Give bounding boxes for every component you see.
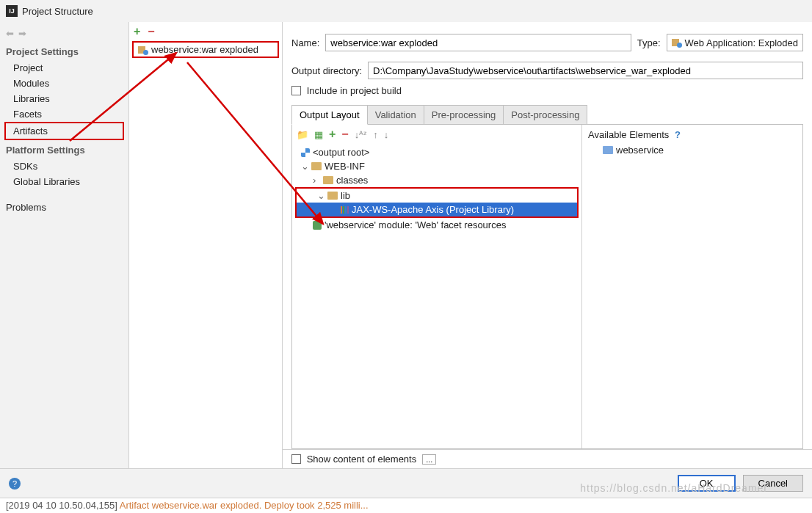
output-dir-row: Output directory: bbox=[283, 56, 812, 84]
layout-toolbar: 📁 ▦ + − ↓ᴬᶻ ↑ ↓ bbox=[292, 125, 581, 144]
move-up-icon[interactable]: ↑ bbox=[373, 129, 378, 140]
sidebar-item-global-libraries[interactable]: Global Libraries bbox=[0, 174, 128, 189]
remove-item-icon[interactable]: − bbox=[341, 128, 348, 141]
remove-artifact-icon[interactable]: − bbox=[148, 25, 154, 38]
watermark: https://blog.csdn.net/aHardDreamer bbox=[580, 482, 768, 494]
available-header: Available Elements ? bbox=[582, 125, 802, 142]
tab-output-layout[interactable]: Output Layout bbox=[291, 105, 368, 125]
tab-validation[interactable]: Validation bbox=[367, 105, 424, 125]
toggle-icon[interactable]: › bbox=[313, 175, 320, 186]
type-dropdown[interactable]: Web Application: Exploded bbox=[667, 34, 803, 51]
artifact-list-toolbar: + − bbox=[129, 22, 282, 41]
include-row: Include in project build bbox=[283, 84, 812, 101]
sidebar: ⬅ ➡ Project Settings Project Modules Lib… bbox=[0, 22, 128, 468]
output-root-icon bbox=[301, 148, 310, 157]
add-copy-icon[interactable]: + bbox=[329, 128, 336, 141]
new-item-icon[interactable]: ▦ bbox=[314, 129, 323, 140]
available-label: Available Elements bbox=[588, 129, 669, 140]
titlebar: IJ Project Structure bbox=[0, 0, 812, 22]
folder-icon bbox=[323, 176, 333, 184]
library-icon bbox=[341, 206, 349, 214]
sidebar-item-facets[interactable]: Facets bbox=[0, 106, 128, 122]
toggle-icon[interactable]: ⌄ bbox=[301, 161, 308, 172]
folder-icon bbox=[327, 192, 338, 200]
tree-output-root[interactable]: <output root> bbox=[292, 145, 581, 159]
sidebar-item-problems[interactable]: Problems bbox=[0, 200, 128, 215]
sidebar-item-project[interactable]: Project bbox=[0, 60, 128, 76]
output-dir-input[interactable] bbox=[368, 62, 803, 79]
tree-jaxws-lib[interactable]: JAX-WS-Apache Axis (Project Library) bbox=[297, 203, 577, 217]
help-question-icon[interactable]: ? bbox=[675, 129, 681, 140]
tree-lib[interactable]: ⌄lib bbox=[297, 189, 577, 203]
section-project-settings: Project Settings bbox=[0, 42, 128, 60]
toggle-icon[interactable]: ⌄ bbox=[317, 190, 325, 201]
tree-facet-resources[interactable]: 'webservice' module: 'Web' facet resourc… bbox=[292, 218, 581, 232]
show-content-label: Show content of elements bbox=[307, 454, 417, 465]
artifact-list-panel: + − webservice:war exploded bbox=[128, 22, 283, 468]
name-row: Name: Type: Web Application: Exploded bbox=[283, 22, 812, 56]
tab-post-processing[interactable]: Post-processing bbox=[503, 105, 587, 125]
more-button[interactable]: ... bbox=[422, 454, 436, 465]
console-text: Artifact webservice.war exploded. Deploy… bbox=[117, 500, 369, 511]
folder-icon bbox=[311, 162, 322, 170]
sort-icon[interactable]: ↓ᴬᶻ bbox=[355, 129, 368, 140]
checkbox-icon bbox=[291, 454, 301, 464]
window-title: Project Structure bbox=[22, 6, 93, 17]
checkbox-icon bbox=[291, 86, 301, 95]
sidebar-item-libraries[interactable]: Libraries bbox=[0, 91, 128, 106]
available-tree[interactable]: webservice bbox=[582, 142, 802, 448]
web-app-icon bbox=[672, 37, 682, 48]
artifact-icon bbox=[138, 45, 148, 55]
include-checkbox[interactable]: Include in project build bbox=[291, 85, 402, 96]
back-icon[interactable]: ⬅ bbox=[6, 28, 14, 39]
section-platform-settings: Platform Settings bbox=[0, 140, 128, 159]
available-column: Available Elements ? webservice bbox=[582, 125, 802, 448]
module-icon bbox=[603, 146, 613, 154]
console-timestamp: [2019 04 10 10.50.04,155] bbox=[6, 500, 117, 511]
artifact-item-highlight[interactable]: webservice:war exploded bbox=[132, 41, 279, 58]
sidebar-item-sdks[interactable]: SDKs bbox=[0, 159, 128, 174]
layout-tree[interactable]: <output root> ⌄WEB-INF ›classes ⌄lib JAX… bbox=[292, 144, 581, 448]
main-area: ⬅ ➡ Project Settings Project Modules Lib… bbox=[0, 22, 812, 468]
forward-icon[interactable]: ➡ bbox=[18, 28, 26, 39]
output-dir-label: Output directory: bbox=[291, 65, 362, 76]
lib-highlight-box: ⌄lib JAX-WS-Apache Axis (Project Library… bbox=[295, 187, 579, 218]
tab-pre-processing[interactable]: Pre-processing bbox=[424, 105, 504, 125]
tabs: Output Layout Validation Pre-processing … bbox=[291, 105, 803, 125]
available-webservice[interactable]: webservice bbox=[582, 143, 802, 157]
type-value: Web Application: Exploded bbox=[685, 37, 798, 48]
move-down-icon[interactable]: ↓ bbox=[384, 129, 389, 140]
app-logo-icon: IJ bbox=[6, 5, 18, 17]
tree-webinf[interactable]: ⌄WEB-INF bbox=[292, 159, 581, 173]
sidebar-item-artifacts[interactable]: Artifacts bbox=[4, 122, 124, 140]
layout-column: 📁 ▦ + − ↓ᴬᶻ ↑ ↓ <output root> ⌄WEB-INF ›… bbox=[292, 125, 582, 448]
name-label: Name: bbox=[291, 37, 319, 48]
bottom-options: Show content of elements ... bbox=[283, 449, 812, 468]
show-content-checkbox[interactable]: Show content of elements bbox=[291, 454, 416, 465]
add-artifact-icon[interactable]: + bbox=[134, 25, 140, 38]
help-icon[interactable]: ? bbox=[9, 478, 21, 490]
artifact-details: Name: Type: Web Application: Exploded Ou… bbox=[283, 22, 812, 468]
artifact-item-label: webservice:war exploded bbox=[151, 44, 258, 55]
console-output: [2019 04 10 10.50.04,155] Artifact webse… bbox=[0, 498, 812, 513]
name-input[interactable] bbox=[325, 34, 631, 51]
tree-classes[interactable]: ›classes bbox=[292, 173, 581, 187]
sidebar-item-modules[interactable]: Modules bbox=[0, 76, 128, 91]
facet-icon bbox=[313, 221, 322, 230]
output-layout-body: 📁 ▦ + − ↓ᴬᶻ ↑ ↓ <output root> ⌄WEB-INF ›… bbox=[291, 124, 803, 449]
nav-arrows: ⬅ ➡ bbox=[0, 26, 128, 42]
type-label: Type: bbox=[637, 37, 661, 48]
new-folder-icon[interactable]: 📁 bbox=[297, 129, 308, 140]
include-label: Include in project build bbox=[307, 85, 402, 96]
